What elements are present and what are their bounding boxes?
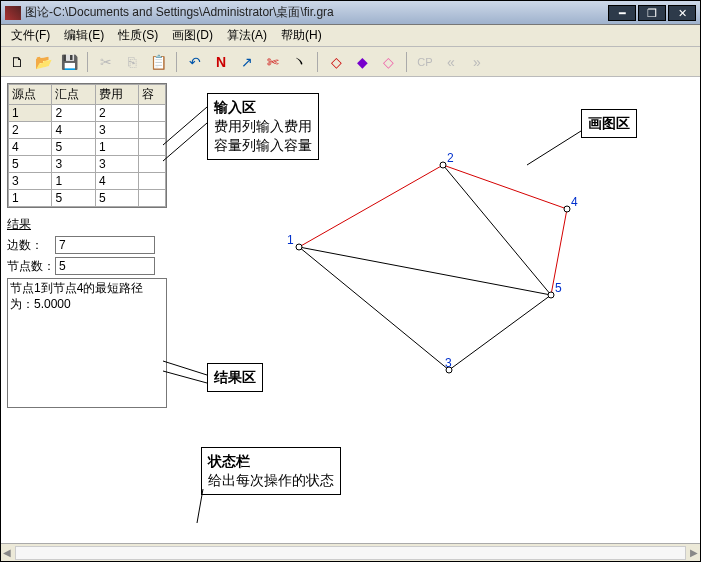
new-icon[interactable]: 🗋 [9,54,25,70]
table-cell[interactable]: 4 [52,122,95,139]
table-cell[interactable]: 5 [52,139,95,156]
menu-file[interactable]: 文件(F) [5,25,56,46]
table-cell[interactable]: 2 [9,122,52,139]
undo-icon[interactable]: ↶ [187,54,203,70]
edges-value[interactable]: 7 [55,236,155,254]
copy-icon[interactable]: ⎘ [124,54,140,70]
nodes-value[interactable]: 5 [55,257,155,275]
menu-draw[interactable]: 画图(D) [166,25,219,46]
col-cost[interactable]: 费用 [95,85,138,105]
close-button[interactable]: ✕ [668,5,696,21]
titlebar[interactable]: 图论-C:\Documents and Settings\Administrat… [1,1,700,25]
forward-icon[interactable]: » [469,54,485,70]
col-cap[interactable]: 容 [139,85,166,105]
node-tool-icon[interactable]: N [213,54,229,70]
status-scroll-track[interactable] [15,546,686,560]
toolbar: 🗋 📂 💾 ✂ ⎘ 📋 ↶ N ↗ ✄ ヽ ◇ ◆ ◇ CP « » [1,47,700,77]
main-body: 源点 汇点 费用 容 122243451533314155 结果 边数： 7 节… [1,77,700,543]
table-cell[interactable]: 5 [9,156,52,173]
table-cell[interactable] [139,156,166,173]
table-row[interactable]: 533 [9,156,166,173]
table-cell[interactable]: 2 [95,105,138,122]
table-row[interactable]: 314 [9,173,166,190]
table-cell[interactable]: 1 [95,139,138,156]
status-bar[interactable] [1,543,700,561]
menu-algorithm[interactable]: 算法(A) [221,25,273,46]
shape3-icon[interactable]: ◇ [380,54,396,70]
menubar: 文件(F) 编辑(E) 性质(S) 画图(D) 算法(A) 帮助(H) [1,25,700,47]
edges-row: 边数： 7 [7,236,175,254]
table-cell[interactable] [139,173,166,190]
result-group-title: 结果 [7,216,175,233]
table-row[interactable]: 451 [9,139,166,156]
nodes-row: 节点数： 5 [7,257,175,275]
edge-tool-icon[interactable]: ヽ [291,54,307,70]
app-icon [5,6,21,20]
table-cell[interactable] [139,190,166,207]
col-src[interactable]: 源点 [9,85,52,105]
result-group: 结果 边数： 7 节点数： 5 节点1到节点4的最短路径为：5.0000 [7,216,175,408]
nodes-label: 节点数： [7,258,55,275]
left-panel: 源点 汇点 费用 容 122243451533314155 结果 边数： 7 节… [1,77,181,543]
table-header-row: 源点 汇点 费用 容 [9,85,166,105]
graph-node[interactable] [440,162,446,168]
graph-edge[interactable] [449,295,551,370]
table-cell[interactable] [139,139,166,156]
cp-icon[interactable]: CP [417,54,433,70]
edges-label: 边数： [7,237,55,254]
table-cell[interactable]: 4 [95,173,138,190]
table-cell[interactable] [139,105,166,122]
graph-svg [181,77,700,537]
graph-node-label: 2 [447,151,454,165]
table-row[interactable]: 243 [9,122,166,139]
arrow-tool-icon[interactable]: ↗ [239,54,255,70]
graph-edge[interactable] [299,247,551,295]
shape2-icon[interactable]: ◆ [354,54,370,70]
window-title: 图论-C:\Documents and Settings\Administrat… [25,4,608,21]
table-cell[interactable]: 1 [9,190,52,207]
graph-node[interactable] [296,244,302,250]
menu-help[interactable]: 帮助(H) [275,25,328,46]
graph-node-label: 3 [445,356,452,370]
table-row[interactable]: 155 [9,190,166,207]
edge-table[interactable]: 源点 汇点 费用 容 122243451533314155 [7,83,167,208]
table-cell[interactable]: 5 [52,190,95,207]
open-icon[interactable]: 📂 [35,54,51,70]
save-icon[interactable]: 💾 [61,54,77,70]
shape1-icon[interactable]: ◇ [328,54,344,70]
col-dst[interactable]: 汇点 [52,85,95,105]
menu-property[interactable]: 性质(S) [112,25,164,46]
scissor-tool-icon[interactable]: ✄ [265,54,281,70]
graph-node-label: 5 [555,281,562,295]
table-cell[interactable]: 3 [9,173,52,190]
app-window: 图论-C:\Documents and Settings\Administrat… [0,0,701,562]
back-icon[interactable]: « [443,54,459,70]
table-cell[interactable]: 1 [52,173,95,190]
table-cell[interactable]: 3 [95,122,138,139]
graph-node[interactable] [564,206,570,212]
table-cell[interactable]: 1 [9,105,52,122]
table-cell[interactable]: 2 [52,105,95,122]
table-cell[interactable]: 4 [9,139,52,156]
maximize-button[interactable]: ❐ [638,5,666,21]
table-cell[interactable] [139,122,166,139]
graph-edge[interactable] [299,165,443,247]
minimize-button[interactable]: ━ [608,5,636,21]
result-text[interactable]: 节点1到节点4的最短路径为：5.0000 [7,278,167,408]
toolbar-sep [317,52,318,72]
graph-node-label: 1 [287,233,294,247]
table-row[interactable]: 122 [9,105,166,122]
graph-node-label: 4 [571,195,578,209]
table-cell[interactable]: 3 [52,156,95,173]
paste-icon[interactable]: 📋 [150,54,166,70]
toolbar-sep [176,52,177,72]
table-cell[interactable]: 5 [95,190,138,207]
graph-edge[interactable] [299,247,449,370]
menu-edit[interactable]: 编辑(E) [58,25,110,46]
cut-icon[interactable]: ✂ [98,54,114,70]
graph-canvas[interactable]: 输入区 费用列输入费用 容量列输入容量 画图区 结果区 状态栏 给出每次操作的状… [181,77,700,543]
table-cell[interactable]: 3 [95,156,138,173]
graph-node[interactable] [548,292,554,298]
toolbar-sep [406,52,407,72]
toolbar-sep [87,52,88,72]
